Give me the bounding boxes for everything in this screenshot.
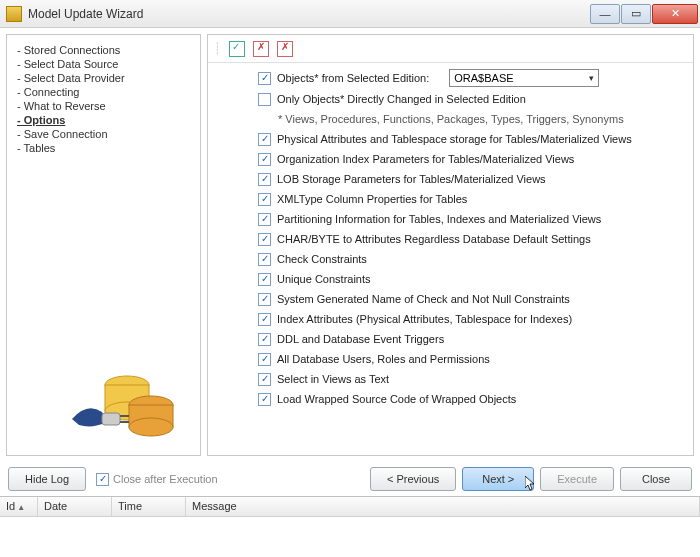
previous-button[interactable]: < Previous [370,467,456,491]
checkbox-icon[interactable] [258,273,271,286]
option-label: Partitioning Information for Tables, Ind… [277,213,601,225]
next-button[interactable]: Next > [462,467,534,491]
option-row[interactable]: Partitioning Information for Tables, Ind… [258,209,681,229]
close-after-execution-checkbox[interactable]: Close after Execution [96,473,218,486]
wizard-step[interactable]: - Connecting [17,85,190,99]
log-panel: Id▲ Date Time Message [0,496,700,548]
checkbox-icon[interactable] [258,373,271,386]
option-row[interactable]: Organization Index Parameters for Tables… [258,149,681,169]
checkbox-icon[interactable] [258,353,271,366]
option-row[interactable]: XMLType Column Properties for Tables [258,189,681,209]
checkbox-icon[interactable] [258,233,271,246]
checkbox-icon[interactable] [258,293,271,306]
cursor-icon [525,476,537,492]
option-label: Index Attributes (Physical Attributes, T… [277,313,572,325]
checkbox-icon[interactable] [258,93,271,106]
option-row[interactable]: Check Constraints [258,249,681,269]
option-label: Physical Attributes and Tablespace stora… [277,133,632,145]
hide-log-button[interactable]: Hide Log [8,467,86,491]
window-title: Model Update Wizard [28,7,590,21]
option-row[interactable]: Physical Attributes and Tablespace stora… [258,129,681,149]
option-row[interactable]: All Database Users, Roles and Permission… [258,349,681,369]
option-row[interactable]: Unique Constraints [258,269,681,289]
wizard-step[interactable]: - Select Data Source [17,57,190,71]
checkbox-icon[interactable] [258,393,271,406]
checkbox-icon[interactable] [258,153,271,166]
wizard-step[interactable]: - Tables [17,141,190,155]
option-row[interactable]: Load Wrapped Source Code of Wrapped Obje… [258,389,681,409]
option-label: Load Wrapped Source Code of Wrapped Obje… [277,393,516,405]
check-all-icon[interactable] [229,41,245,57]
checkbox-icon[interactable] [258,193,271,206]
option-row[interactable]: CHAR/BYTE to Attributes Regardless Datab… [258,229,681,249]
window-buttons: — ▭ ✕ [590,4,698,24]
minimize-button[interactable]: — [590,4,620,24]
option-label: LOB Storage Parameters for Tables/Materi… [277,173,546,185]
reset-icon[interactable] [277,41,293,57]
maximize-button[interactable]: ▭ [621,4,651,24]
option-label: All Database Users, Roles and Permission… [277,353,490,365]
option-row[interactable]: System Generated Name of Check and Not N… [258,289,681,309]
log-header: Id▲ Date Time Message [0,497,700,517]
option-selected-edition[interactable]: Objects* from Selected Edition: ORA$BASE [258,67,681,89]
wizard-step[interactable]: - What to Reverse [17,99,190,113]
log-col-date[interactable]: Date [38,497,112,516]
close-button[interactable]: Close [620,467,692,491]
log-col-id[interactable]: Id▲ [0,497,38,516]
svg-point-5 [129,418,173,436]
option-note: * Views, Procedures, Functions, Packages… [258,109,681,129]
option-only-changed[interactable]: Only Objects* Directly Changed in Select… [258,89,681,109]
checkbox-icon[interactable] [258,313,271,326]
wizard-step[interactable]: - Select Data Provider [17,71,190,85]
option-row[interactable]: LOB Storage Parameters for Tables/Materi… [258,169,681,189]
options-toolbar: ┊ [208,35,693,63]
option-row[interactable]: Index Attributes (Physical Attributes, T… [258,309,681,329]
log-col-message[interactable]: Message [186,497,700,516]
option-row[interactable]: DDL and Database Event Triggers [258,329,681,349]
log-col-time[interactable]: Time [112,497,186,516]
execute-button: Execute [540,467,614,491]
option-label: Select in Views as Text [277,373,389,385]
close-window-button[interactable]: ✕ [652,4,698,24]
wizard-step[interactable]: - Save Connection [17,127,190,141]
uncheck-all-icon[interactable] [253,41,269,57]
edition-dropdown[interactable]: ORA$BASE [449,69,599,87]
button-bar: Hide Log Close after Execution < Previou… [0,462,700,496]
option-label: CHAR/BYTE to Attributes Regardless Datab… [277,233,591,245]
option-label: Organization Index Parameters for Tables… [277,153,574,165]
option-label: Unique Constraints [277,273,371,285]
options-panel: ┊ Objects* from Selected Edition: ORA$BA… [207,34,694,456]
option-row[interactable]: Select in Views as Text [258,369,681,389]
wizard-step[interactable]: - Stored Connections [17,43,190,57]
wizard-steps-sidebar: - Stored Connections- Select Data Source… [6,34,201,456]
svg-rect-6 [102,413,120,425]
option-label: System Generated Name of Check and Not N… [277,293,570,305]
checkbox-icon[interactable] [258,72,271,85]
checkbox-icon [96,473,109,486]
checkbox-icon[interactable] [258,213,271,226]
option-label: DDL and Database Event Triggers [277,333,444,345]
option-label: XMLType Column Properties for Tables [277,193,467,205]
sidebar-graphic [57,347,187,447]
option-label: Check Constraints [277,253,367,265]
app-icon [6,6,22,22]
checkbox-icon[interactable] [258,133,271,146]
titlebar: Model Update Wizard — ▭ ✕ [0,0,700,28]
options-list: Objects* from Selected Edition: ORA$BASE… [208,63,693,455]
wizard-step[interactable]: - Options [17,113,190,127]
checkbox-icon[interactable] [258,253,271,266]
checkbox-icon[interactable] [258,173,271,186]
checkbox-icon[interactable] [258,333,271,346]
